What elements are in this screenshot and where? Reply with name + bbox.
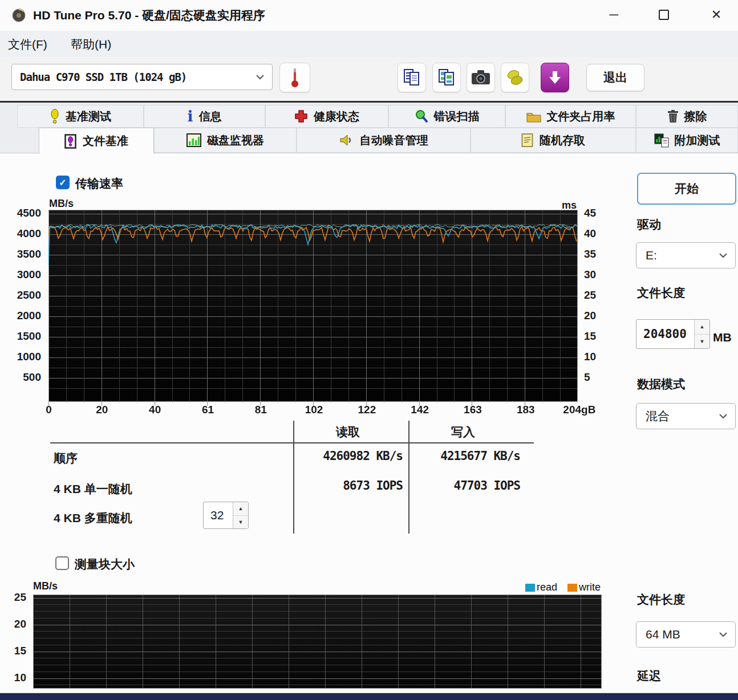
- stepper-down-button[interactable]: ▼: [695, 335, 709, 349]
- temperature-button[interactable]: [279, 63, 310, 92]
- menu-help[interactable]: 帮助(H): [71, 36, 111, 52]
- download-button[interactable]: [541, 63, 569, 92]
- download-arrow-icon: [548, 70, 562, 85]
- tab-label: 健康状态: [314, 109, 359, 124]
- random-access-icon: [521, 133, 534, 148]
- drive-select-value: Dahua C970 SSD 1TB (1024 gB): [20, 71, 186, 83]
- block-size-chart: [33, 595, 602, 689]
- block-file-length-value: 64 MB: [646, 628, 680, 641]
- tab-health[interactable]: 健康状态: [265, 105, 388, 128]
- copy-text-button[interactable]: [398, 63, 426, 92]
- drive-dropdown[interactable]: E:: [636, 242, 736, 268]
- file-length-label-2: 文件长度: [637, 592, 685, 608]
- maximize-icon: [659, 10, 669, 20]
- legend-write: write: [567, 581, 601, 593]
- start-button[interactable]: 开始: [637, 173, 736, 205]
- folder-usage-icon: [526, 111, 541, 123]
- bottom-edge-bar: [0, 693, 738, 700]
- stepper-buttons: ▲ ▼: [233, 502, 248, 528]
- drive-dropdown-value: E:: [646, 249, 657, 262]
- tab-label: 擦除: [684, 109, 707, 124]
- error-scan-icon: [415, 109, 428, 123]
- drive-select[interactable]: Dahua C970 SSD 1TB (1024 gB): [11, 64, 273, 90]
- tab-random-access[interactable]: 随机存取: [471, 128, 636, 153]
- tab-label: 文件夹占用率: [547, 109, 615, 124]
- sequential-write-value: 4215677 KB/s: [408, 449, 520, 463]
- block-chart-unit: MB/s: [33, 580, 58, 592]
- latency-label: 延迟: [637, 668, 661, 684]
- exit-button[interactable]: 退出: [586, 64, 644, 91]
- maximize-button[interactable]: [651, 2, 677, 27]
- block-size-label: 测量块大小: [75, 556, 135, 572]
- tab-label: 磁盘监视器: [207, 133, 264, 148]
- block-chart-y-axis: 25201510: [0, 595, 31, 689]
- tab-strip: 基准测试 i 信息 健康状态 错误扫描 文件夹占用率 擦除 文件基准: [0, 103, 738, 153]
- toolbar: Dahua C970 SSD 1TB (1024 gB) — ℃: [0, 57, 738, 103]
- block-file-length-dropdown[interactable]: 64 MB: [636, 621, 736, 648]
- data-mode-label: 数据模式: [637, 376, 685, 392]
- table-header-line: [50, 442, 534, 443]
- window-title: HD Tune Pro 5.70 - 硬盘/固态硬盘实用程序: [33, 7, 265, 23]
- tab-label: 错误扫描: [434, 109, 480, 124]
- row-sequential-label: 顺序: [54, 450, 78, 466]
- file-length-value: 204800: [636, 327, 694, 341]
- benchmark-icon: [50, 109, 60, 124]
- main-chart-x-axis: 020406181102122142163183204gB: [48, 404, 578, 418]
- chevron-down-icon: [256, 75, 264, 80]
- transfer-rate-label: 传输速率: [75, 176, 123, 192]
- tab-aam[interactable]: 自动噪音管理: [297, 128, 471, 153]
- screenshot-button[interactable]: [467, 63, 495, 92]
- stepper-buttons: ▲ ▼: [694, 320, 709, 348]
- file-length-label: 文件长度: [637, 285, 685, 301]
- tab-label: 随机存取: [540, 133, 585, 148]
- row-4k-multi-label: 4 KB 多重随机: [54, 510, 132, 526]
- main-chart-y-axis-left: 45004000350030002500200015001000500: [0, 210, 46, 404]
- data-mode-dropdown[interactable]: 混合: [636, 403, 736, 429]
- erase-icon: [667, 109, 679, 123]
- tab-erase[interactable]: 擦除: [636, 105, 738, 128]
- save-results-button[interactable]: [501, 63, 529, 92]
- minimize-button[interactable]: ─: [601, 2, 627, 27]
- sequential-read-value: 4260982 KB/s: [251, 449, 403, 463]
- queue-depth-value: 32: [204, 508, 233, 522]
- tab-label: 文件基准: [83, 133, 128, 149]
- health-icon: [294, 109, 308, 123]
- close-button[interactable]: ✕: [703, 2, 729, 27]
- stepper-down-button[interactable]: ▼: [233, 516, 248, 529]
- stepper-up-button[interactable]: ▲: [695, 320, 709, 335]
- legend-write-label: write: [579, 581, 601, 593]
- 4k-single-read-value: 8673 IOPS: [251, 479, 403, 493]
- copy-text-icon: [403, 68, 420, 87]
- file-length-stepper[interactable]: 204800 ▲ ▼: [636, 319, 710, 349]
- tab-label: 基准测试: [66, 109, 111, 124]
- transfer-rate-chart: [48, 210, 578, 406]
- main-chart-left-unit: MB/s: [49, 198, 74, 210]
- tab-disk-monitor[interactable]: 磁盘监视器: [154, 128, 297, 153]
- stepper-up-button[interactable]: ▲: [233, 502, 248, 516]
- menu-bar: 文件(F) 帮助(H): [0, 31, 738, 57]
- camera-icon: [471, 70, 490, 86]
- menu-file[interactable]: 文件(F): [8, 36, 47, 52]
- row-4k-single-label: 4 KB 单一随机: [54, 481, 132, 497]
- read-header: 读取: [319, 424, 376, 440]
- tab-file-benchmark[interactable]: 文件基准: [39, 128, 154, 154]
- table-divider: [293, 421, 294, 534]
- transfer-rate-checkbox[interactable]: ✓: [56, 176, 70, 189]
- block-size-checkbox[interactable]: [55, 556, 69, 570]
- tab-error-scan[interactable]: 错误扫描: [388, 105, 505, 128]
- info-icon: i: [188, 110, 193, 123]
- save-results-icon: [506, 68, 524, 87]
- file-benchmark-icon: [64, 134, 77, 149]
- tab-benchmark[interactable]: 基准测试: [17, 105, 144, 128]
- queue-depth-stepper[interactable]: 32 ▲ ▼: [203, 502, 249, 529]
- title-bar: HD Tune Pro 5.70 - 硬盘/固态硬盘实用程序 ─ ✕: [0, 0, 738, 31]
- tab-folder-usage[interactable]: 文件夹占用率: [505, 105, 636, 128]
- check-icon: ✓: [59, 177, 66, 188]
- write-header: 写入: [435, 424, 492, 440]
- chevron-down-icon: [719, 253, 727, 258]
- file-length-unit: MB: [713, 331, 732, 344]
- tab-info[interactable]: i 信息: [144, 105, 265, 128]
- copy-image-button[interactable]: [432, 63, 461, 92]
- tab-extra-tests[interactable]: 附加测试: [636, 128, 738, 153]
- copy-image-icon: [438, 68, 455, 87]
